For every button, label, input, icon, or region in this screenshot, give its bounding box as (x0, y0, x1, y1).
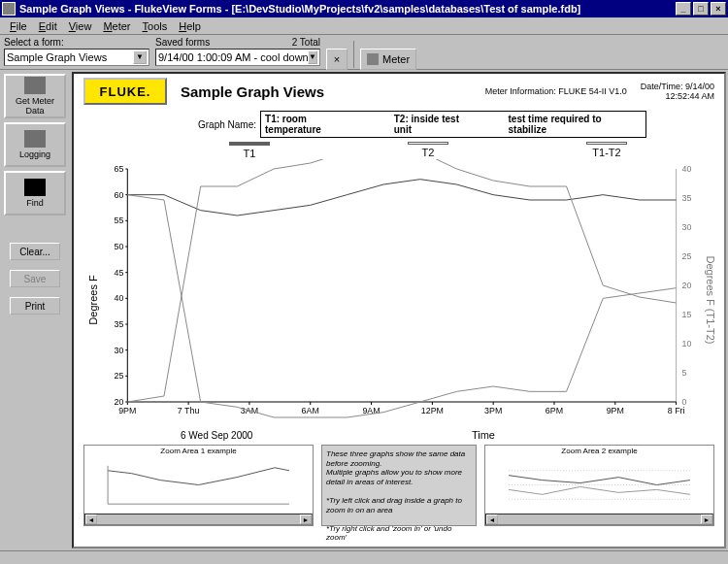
logging-icon (24, 130, 46, 148)
logging-button[interactable]: Logging (4, 122, 66, 167)
x-sublabel: 6 Wed Sep 2000 (181, 430, 252, 441)
zoom-thumb-right[interactable]: Zoom Area 2 example ◄► (484, 445, 714, 526)
meter-data-icon (24, 77, 46, 94)
meter-icon (367, 53, 379, 65)
svg-text:40: 40 (682, 164, 692, 174)
window-title: Sample Graph Views - FlukeView Forms - [… (19, 3, 580, 15)
svg-text:9PM: 9PM (118, 406, 136, 415)
svg-text:50: 50 (115, 242, 124, 251)
saved-forms-dropdown[interactable]: 9/14/00 1:00:09 AM - cool down test [Flu… (155, 49, 320, 66)
svg-text:30: 30 (115, 346, 124, 355)
menu-file[interactable]: File (4, 20, 33, 32)
form-content: FLUKE. Sample Graph Views Meter Informat… (72, 72, 726, 548)
svg-text:12PM: 12PM (421, 406, 444, 415)
close-button[interactable]: × (711, 2, 726, 16)
svg-text:8 Fri: 8 Fri (668, 406, 685, 415)
menu-meter[interactable]: Meter (97, 20, 136, 32)
date-time: Date/Time: 9/14/00 12:52:44 AM (641, 82, 714, 101)
svg-text:30: 30 (682, 222, 692, 232)
svg-text:3PM: 3PM (484, 406, 502, 415)
meter-info: Meter Information: FLUKE 54-II V1.0 (485, 86, 627, 96)
find-button[interactable]: Find (4, 171, 66, 216)
select-form-value: Sample Graph Views (7, 51, 107, 63)
sidebar: Get Meter Data Logging Find Clear... Sav… (0, 70, 70, 550)
svg-text:5: 5 (682, 368, 687, 378)
y-axis-right-label: Degrees F (T1-T2) (705, 256, 714, 345)
svg-text:40: 40 (115, 293, 124, 303)
dropdown-arrow-icon: ▼ (133, 50, 147, 64)
dropdown-arrow-icon: ▼ (308, 50, 317, 64)
graph-name-box: T1: room temperature T2: inside test uni… (260, 111, 646, 138)
meter-button[interactable]: Meter (360, 49, 416, 70)
saved-forms-value: 9/14/00 1:00:09 AM - cool down test [Flu… (158, 51, 308, 63)
svg-text:6PM: 6PM (546, 406, 563, 415)
scrollbar[interactable]: ◄► (84, 514, 313, 525)
toolbar: Select a form: Sample Graph Views ▼ Save… (0, 35, 728, 70)
get-meter-data-button[interactable]: Get Meter Data (4, 74, 66, 118)
svg-text:65: 65 (115, 164, 124, 174)
svg-text:25: 25 (682, 251, 692, 261)
x-axis-label: Time (472, 429, 495, 441)
svg-text:7 Thu: 7 Thu (178, 406, 200, 415)
menu-view[interactable]: View (63, 20, 98, 32)
saved-forms-label: Saved forms (155, 37, 210, 48)
graph-name-label: Graph Name: (198, 119, 256, 130)
app-icon (2, 2, 16, 16)
minimize-button[interactable]: _ (676, 2, 691, 16)
svg-text:9PM: 9PM (607, 406, 624, 415)
menu-edit[interactable]: Edit (33, 20, 63, 32)
page-title: Sample Graph Views (181, 83, 324, 100)
menu-bar: File Edit View Meter Tools Help (0, 17, 728, 35)
zoom-info-box: These three graphs show the same data be… (321, 445, 477, 526)
print-button[interactable]: Print (10, 297, 60, 315)
select-form-dropdown[interactable]: Sample Graph Views ▼ (4, 49, 149, 66)
saved-forms-total: 2 Total (292, 37, 320, 48)
zoom-thumb-left[interactable]: Zoom Area 1 example ◄► (83, 445, 314, 526)
svg-text:45: 45 (115, 268, 124, 278)
svg-text:10: 10 (682, 339, 692, 348)
clear-button[interactable]: Clear... (10, 243, 60, 260)
delete-button[interactable]: × (326, 49, 347, 70)
svg-text:55: 55 (115, 216, 124, 225)
y-axis-left-label: Degrees F (87, 275, 99, 325)
maximize-button[interactable]: □ (693, 2, 709, 16)
menu-help[interactable]: Help (173, 20, 207, 32)
svg-text:35: 35 (682, 193, 692, 203)
main-chart[interactable]: Degrees F Degrees F (T1-T2) 202530354045… (83, 159, 714, 429)
series-legend: T1 T2 T1-T2 (74, 140, 724, 159)
svg-text:6AM: 6AM (302, 406, 319, 415)
svg-text:15: 15 (682, 310, 692, 319)
svg-text:60: 60 (115, 190, 124, 200)
fluke-logo: FLUKE. (83, 78, 167, 105)
menu-tools[interactable]: Tools (137, 20, 174, 32)
svg-text:20: 20 (682, 281, 692, 290)
save-button[interactable]: Save (10, 270, 60, 287)
binoculars-icon (24, 179, 46, 196)
svg-text:25: 25 (115, 371, 124, 381)
title-bar: Sample Graph Views - FlukeView Forms - [… (0, 0, 728, 17)
scrollbar[interactable]: ◄► (485, 514, 713, 525)
svg-text:35: 35 (115, 319, 124, 329)
status-bar (0, 550, 728, 564)
select-form-label: Select a form: (4, 37, 149, 48)
